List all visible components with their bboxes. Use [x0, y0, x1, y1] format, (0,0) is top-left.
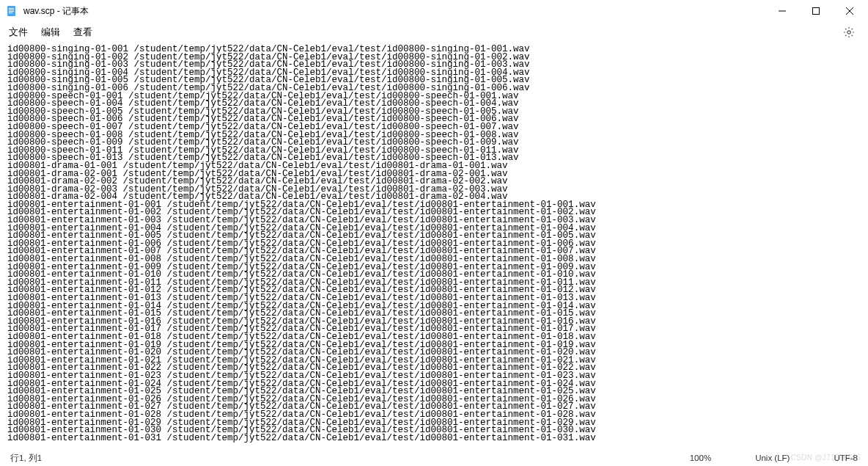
maximize-button[interactable]	[799, 0, 833, 22]
text-line: id00801-entertainment-01-031 /student/te…	[7, 434, 861, 443]
close-button[interactable]	[833, 0, 867, 22]
menu-view[interactable]: 查看	[73, 26, 92, 39]
svg-point-9	[847, 31, 850, 34]
menu-edit[interactable]: 编辑	[41, 26, 60, 39]
svg-rect-1	[9, 8, 14, 9]
text-editor-area[interactable]: id00800-singing-01-001 /student/temp/jyt…	[0, 43, 868, 450]
titlebar: wav.scp - 记事本	[0, 0, 868, 22]
svg-rect-2	[9, 10, 14, 10]
statusbar: 行1, 列1 100% Unix (LF) UTF-8	[0, 450, 868, 466]
settings-button[interactable]	[839, 22, 859, 43]
gear-icon	[843, 26, 855, 38]
svg-line-17	[845, 35, 846, 36]
menubar: 文件 编辑 查看	[0, 22, 868, 43]
minimize-button[interactable]	[765, 0, 799, 22]
status-zoom: 100%	[690, 454, 711, 462]
svg-rect-4	[9, 12, 12, 13]
notepad-app-icon	[6, 5, 18, 17]
svg-line-16	[852, 29, 853, 29]
status-line-ending: Unix (LF)	[755, 454, 790, 462]
window-title: wav.scp - 记事本	[23, 5, 89, 18]
watermark-text: CSDN @J71666666	[791, 454, 861, 462]
svg-rect-3	[9, 11, 14, 12]
svg-line-15	[852, 35, 853, 36]
svg-line-14	[845, 29, 846, 29]
svg-rect-6	[813, 8, 820, 15]
status-cursor-position: 行1, 列1	[10, 453, 42, 464]
menu-file[interactable]: 文件	[9, 26, 28, 39]
